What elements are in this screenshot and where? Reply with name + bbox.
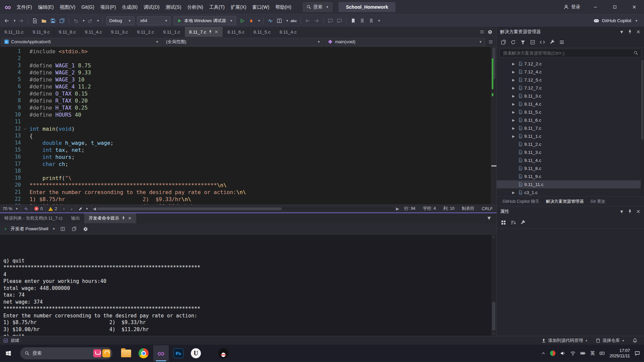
file-tab[interactable]: 8.11_7.c [185,27,223,37]
scrollbar-thumb[interactable] [492,302,495,330]
file-tab[interactable]: 9.11_1.c [159,27,185,37]
battery-icon[interactable] [580,351,586,356]
editor-vertical-scrollbar[interactable] [491,47,496,204]
fold-chevron-icon[interactable] [21,125,30,132]
tool-tab[interactable]: 错误列表 - 当前文档(8.11_7.c) [0,213,67,223]
chrome-taskbar-icon[interactable] [136,345,151,361]
file-tab[interactable]: 8.11_4.c [275,27,301,37]
fold-chevron-icon[interactable] [21,97,30,104]
tree-item[interactable]: ▶ 7.12_5.c [497,76,644,84]
panel-tab[interactable]: GitHub Copilot 聊天 [499,197,542,206]
close-icon[interactable] [214,30,218,34]
tree-item[interactable]: ▶ c3_1.c [497,188,644,196]
find-in-files-button[interactable] [275,16,283,25]
code-area[interactable]: 1 #include <stdio.h> 2 3 #define WAGE_1 … [0,47,491,204]
expand-chevron-icon[interactable]: ▶ [512,86,518,90]
tree-item[interactable]: ▶ 8.11_5.c [497,108,644,116]
background-tasks-icon[interactable] [3,338,8,343]
menu-item[interactable]: Git(G) [78,0,97,14]
close-icon[interactable] [128,216,132,220]
fold-chevron-icon[interactable] [21,182,30,189]
menu-item[interactable]: 窗口(W) [249,0,272,14]
tree-item[interactable]: ▶ 8.11_6.c [497,116,644,124]
copy-output-button[interactable] [70,225,78,233]
alphabetical-button[interactable] [511,220,516,225]
zoom-control[interactable]: 70 % ▼ [0,205,21,213]
fold-chevron-icon[interactable] [21,189,30,196]
tree-scrollbar[interactable] [641,58,644,196]
comment-button[interactable] [326,16,334,25]
expand-chevron-icon[interactable]: ▶ [512,94,518,98]
tab-settings-button[interactable] [488,29,492,34]
unreal-engine-taskbar-icon[interactable]: U [188,345,204,361]
expand-chevron-icon[interactable]: ▶ [512,110,518,114]
menu-item[interactable]: 分析(N) [184,0,206,14]
fold-chevron-icon[interactable] [21,161,30,168]
menu-item[interactable]: 扩展(X) [228,0,250,14]
start-without-debugging-button[interactable] [238,16,246,25]
project-dropdown[interactable]: C ConsoleApplication5 ▼ [1,38,162,46]
tree-item[interactable]: ▶ 9.11_3.c [497,148,644,156]
undo-button[interactable] [72,16,80,25]
panel-tab[interactable]: Git 更改 [587,197,608,206]
hot-reload-caret[interactable]: ▼ [258,19,261,22]
menu-item[interactable]: 帮助(H) [272,0,294,14]
fold-chevron-icon[interactable] [21,175,30,182]
panel-tab[interactable]: 解决方案资源管理器 [543,197,587,206]
line-indicator[interactable]: 行: 94 [400,205,419,213]
eol-indicator[interactable]: CRLF [478,205,496,213]
fold-chevron-icon[interactable] [21,55,30,62]
switch-views-button[interactable] [501,40,506,45]
tree-item[interactable]: ▶ 7.12_4.c [497,68,644,76]
file-tab[interactable]: 8.11_5.c [249,27,275,37]
terminal[interactable]: q) quit*********************************… [0,235,496,336]
property-pages-button[interactable] [520,220,526,225]
warning-count[interactable]: 2 [46,205,60,213]
terminal-settings-button[interactable] [82,225,90,233]
outdent-button[interactable] [304,16,312,25]
sign-in-button[interactable]: 登录 [558,4,586,10]
undo-caret[interactable]: ▼ [82,19,85,22]
scope-dropdown[interactable]: (全局范围) ▼ [163,38,323,46]
scroll-left-arrow[interactable]: ◀ [93,206,96,211]
file-tab[interactable]: 8.11_6.c [223,27,249,37]
scrollbar-thumb[interactable] [97,207,281,210]
tool-tab[interactable]: 开发者命令提示 [84,213,136,223]
menu-item[interactable]: 生成(B) [119,0,141,14]
fold-chevron-icon[interactable] [21,203,30,204]
notifications-button[interactable] [629,336,641,345]
shopping-cart-promo-icon[interactable] [93,349,101,357]
fold-chevron-icon[interactable] [21,111,30,118]
expand-chevron-icon[interactable]: ▶ [512,118,518,122]
fold-chevron-icon[interactable] [21,168,30,175]
fold-chevron-icon[interactable] [21,83,30,90]
find-caret[interactable]: ▼ [286,19,289,22]
previous-bookmark-button[interactable] [358,16,366,25]
volume-icon[interactable] [560,351,566,356]
scroll-right-arrow[interactable]: ▶ [396,206,399,211]
expand-chevron-icon[interactable]: ▶ [512,134,518,138]
tab-list-button[interactable] [480,29,484,34]
menu-item[interactable]: 视图(V) [57,0,78,14]
collapse-all-button[interactable] [530,40,535,45]
uncomment-button[interactable] [335,16,343,25]
file-tab[interactable]: 9.11_11.c [0,27,28,37]
fold-chevron-icon[interactable] [21,69,30,76]
redo-caret[interactable]: ▼ [97,19,100,22]
file-explorer-taskbar-icon[interactable] [118,345,134,361]
scroll-down-arrow[interactable] [492,332,495,335]
pin-icon[interactable] [121,216,125,220]
start-debugging-button[interactable]: 本地 Windows 调试器 ▼ [174,16,236,25]
previous-issue-button[interactable]: ↑ [60,205,68,213]
save-all-button[interactable] [58,16,66,25]
tray-app-icon[interactable] [550,351,555,356]
filter-button[interactable] [520,40,526,45]
horizontal-scrollbar[interactable]: ◀ ▶ [92,205,400,213]
spellcheck-button[interactable]: abc [290,16,298,25]
fold-chevron-icon[interactable] [21,118,30,125]
expand-chevron-icon[interactable]: ▶ [512,126,518,130]
properties-header[interactable]: 属性 ▼ [497,206,644,217]
categorized-button[interactable] [501,220,506,225]
error-count[interactable]: × 0 [32,205,46,213]
scroll-up-arrow[interactable] [492,235,495,239]
